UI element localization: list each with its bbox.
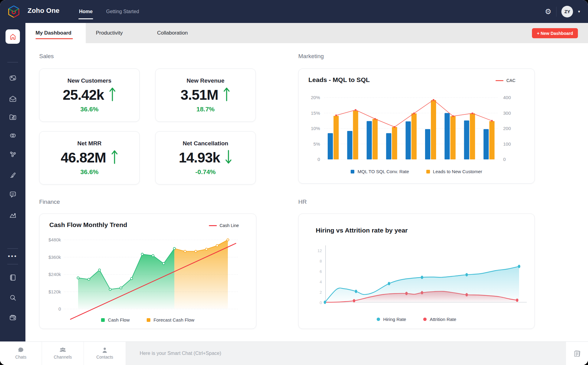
channels-tab[interactable]: Channels [42, 342, 84, 365]
nav-home[interactable]: Home [79, 6, 92, 17]
kpi-card-net-cancellation[interactable]: Net Cancellation 14.93k -0.74% [155, 131, 256, 184]
bar-mql [347, 131, 352, 159]
new-dashboard-button[interactable]: + New Dashboard [532, 28, 578, 38]
contacts-tab[interactable]: Contacts [84, 342, 126, 365]
sidebar-item-search[interactable] [0, 292, 25, 304]
sidebar-item-connect[interactable] [0, 129, 25, 142]
sidebar-item-crm[interactable] [0, 72, 25, 84]
section-label-marketing: Marketing [298, 53, 324, 60]
sidebar-item-workdrive[interactable] [0, 111, 25, 123]
axis-tick: 2 [320, 290, 322, 295]
blue-square-swatch [351, 170, 354, 173]
cac-point [374, 118, 376, 120]
bar-mql [386, 133, 391, 159]
contacts-label: Contacts [96, 355, 113, 359]
axis-tick: 10% [311, 126, 320, 131]
axis-tick: 100 [503, 141, 511, 147]
legend-item-mql: MQL TO SQL Conv. Rate [351, 169, 409, 174]
trend-down-arrow-icon [225, 149, 232, 166]
orange-square-swatch [426, 170, 430, 173]
data-point [141, 253, 143, 255]
data-point [130, 277, 133, 280]
legend-label: Leads to New Customer [433, 169, 482, 174]
bar-leads [392, 127, 397, 159]
chats-label: Chats [15, 355, 27, 359]
smart-chat-placeholder: Here is your Smart Chat (Ctrl+Space) [140, 351, 221, 356]
nav-getting-started[interactable]: Getting Started [106, 6, 139, 17]
top-bar-divider [556, 7, 556, 17]
sidebar-item-home[interactable] [6, 29, 20, 44]
wallet-icon [9, 314, 17, 322]
section-label-hr: HR [298, 199, 307, 205]
data-point [152, 255, 154, 257]
mail-icon [9, 95, 17, 103]
app-title: Zoho One [28, 7, 59, 15]
axis-tick: 0 [320, 300, 322, 305]
axis-tick: $360k [48, 255, 61, 260]
kpi-card-net-mrr[interactable]: Net MRR 46.82M 36.6% [39, 131, 140, 184]
axis-tick: $480k [48, 237, 61, 242]
more-dots-icon: ••• [8, 253, 17, 259]
bar-leads [411, 114, 417, 159]
legend-label: MQL TO SQL Conv. Rate [357, 169, 409, 174]
settings-gear-icon[interactable]: ⚙ [545, 8, 552, 15]
tab-collaboration[interactable]: Collaboration [147, 23, 211, 43]
active-tab-underline [36, 38, 73, 39]
sidebar-item-cliq[interactable] [0, 188, 25, 200]
cac-point [355, 109, 356, 111]
data-point [109, 288, 111, 290]
sidebar-item-sign[interactable] [0, 169, 25, 181]
sidebar-item-mail[interactable] [0, 93, 25, 105]
legend-item-forecast: Forecast Cash Flow [147, 317, 194, 322]
kpi-title: Net Cancellation [183, 140, 228, 147]
kpi-change: 36.6% [80, 168, 99, 176]
cash-line-legend: Cash Line [209, 223, 239, 228]
sidebar-item-analytics[interactable] [0, 209, 25, 221]
bar-leads [489, 121, 495, 159]
sidebar-item-social[interactable] [0, 148, 25, 160]
cac-point [433, 99, 434, 101]
sidebar-divider [7, 264, 18, 264]
sidebar-item-wallet[interactable] [0, 311, 25, 324]
cash-line-swatch [209, 225, 217, 226]
bar-leads [372, 119, 378, 159]
axis-tick: 0 [503, 157, 506, 162]
contacts-icon [102, 347, 108, 353]
kpi-card-new-customers[interactable]: New Customers 25.42k 36.6% [39, 69, 140, 122]
hr-chart-card[interactable]: Hiring vs Attrition rate by year 1286420… [298, 214, 535, 329]
data-point [466, 273, 468, 276]
sidebar-item-notebook[interactable] [0, 271, 25, 284]
cac-point [452, 115, 454, 117]
axis-tick: 5% [313, 141, 320, 147]
zoho-logo-icon[interactable] [7, 5, 21, 19]
link-rings-icon [9, 132, 17, 140]
chats-tab[interactable]: Chats [0, 342, 42, 365]
sign-pen-icon [9, 171, 17, 179]
smart-chat-bar: Chats Channels Contacts Here is your Sma… [0, 342, 588, 365]
tab-my-dashboard[interactable]: My Dashboard [25, 23, 86, 43]
axis-tick: 8 [320, 259, 322, 263]
user-avatar[interactable]: ZY [561, 6, 573, 17]
data-point [227, 239, 229, 241]
notes-button[interactable] [566, 342, 588, 365]
smart-chat-input[interactable]: Here is your Smart Chat (Ctrl+Space) [126, 342, 566, 365]
axis-tick: $240k [48, 272, 61, 277]
section-label-sales: Sales [39, 53, 54, 60]
finance-chart-card[interactable]: Cash Flow Monthly Trend Cash Line $480k$… [39, 214, 256, 329]
marketing-chart-card[interactable]: Leads - MQL to SQL CAC 20%40015%30010%20… [298, 69, 535, 184]
network-nodes-icon [9, 150, 17, 158]
cac-line-swatch [496, 80, 503, 81]
kpi-card-new-revenue[interactable]: New Revenue 3.51M 18.7% [155, 69, 256, 122]
chevron-down-icon[interactable]: ▾ [578, 9, 580, 14]
kpi-title: New Customers [67, 77, 111, 84]
notebook-icon [9, 274, 17, 281]
red-dot-swatch [423, 318, 427, 321]
marketing-bar-chart: 20%40015%30010%2005%10000 [299, 69, 535, 184]
cyan-dot-swatch [377, 318, 380, 321]
sidebar-item-more[interactable]: ••• [0, 250, 25, 262]
chart-title: Cash Flow Monthly Trend [49, 221, 127, 229]
tab-productivity[interactable]: Productivity [86, 23, 147, 43]
axis-tick: 20% [311, 95, 320, 100]
trend-up-arrow-icon [111, 149, 118, 166]
chats-icon [17, 347, 24, 353]
